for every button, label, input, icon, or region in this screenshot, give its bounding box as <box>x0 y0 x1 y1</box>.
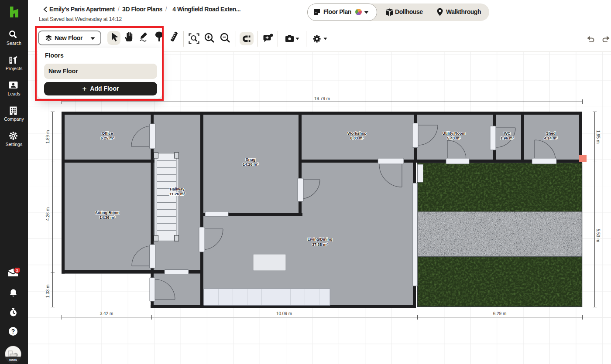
svg-text:8.03 m²: 8.03 m² <box>350 136 364 140</box>
svg-text:6.29 m: 6.29 m <box>493 311 507 316</box>
svg-text:37.38 m²: 37.38 m² <box>312 242 328 247</box>
svg-text:DESIGN: DESIGN <box>9 359 17 361</box>
svg-text:1.89 m: 1.89 m <box>45 130 50 144</box>
svg-text:3.42 m: 3.42 m <box>100 311 113 316</box>
svg-text:Sitting Room: Sitting Room <box>95 211 120 215</box>
svg-text:10.09 m: 10.09 m <box>276 311 292 316</box>
svg-text:Living/Dining: Living/Dining <box>308 237 333 242</box>
svg-text:WC: WC <box>504 131 511 136</box>
svg-text:5.53 m: 5.53 m <box>596 229 601 242</box>
svg-text:?: ? <box>11 328 15 335</box>
svg-text:Utility Room: Utility Room <box>443 131 466 136</box>
svg-text:1.33 m: 1.33 m <box>45 285 50 298</box>
svg-text:Office: Office <box>102 131 113 136</box>
svg-text:6.25 m²: 6.25 m² <box>100 136 114 140</box>
svg-text:19.79 m: 19.79 m <box>314 96 330 101</box>
svg-text:Workshop: Workshop <box>347 131 367 136</box>
svg-text:1.96 m²: 1.96 m² <box>500 136 514 140</box>
svg-text:4.14 m²: 4.14 m² <box>544 136 557 140</box>
svg-text:4.26 m: 4.26 m <box>45 208 50 221</box>
svg-text:11.26 m²: 11.26 m² <box>169 192 185 196</box>
svg-text:Shed: Shed <box>546 131 556 136</box>
svg-text:14.26 m²: 14.26 m² <box>243 162 258 167</box>
svg-text:1: 1 <box>16 268 19 272</box>
svg-text:1.95 m: 1.95 m <box>596 130 601 144</box>
svg-text:14.36 m²: 14.36 m² <box>100 215 115 220</box>
svg-text:5.43 m²: 5.43 m² <box>447 136 460 140</box>
svg-text:Hallway: Hallway <box>170 187 185 191</box>
svg-text:Snug: Snug <box>246 157 256 162</box>
